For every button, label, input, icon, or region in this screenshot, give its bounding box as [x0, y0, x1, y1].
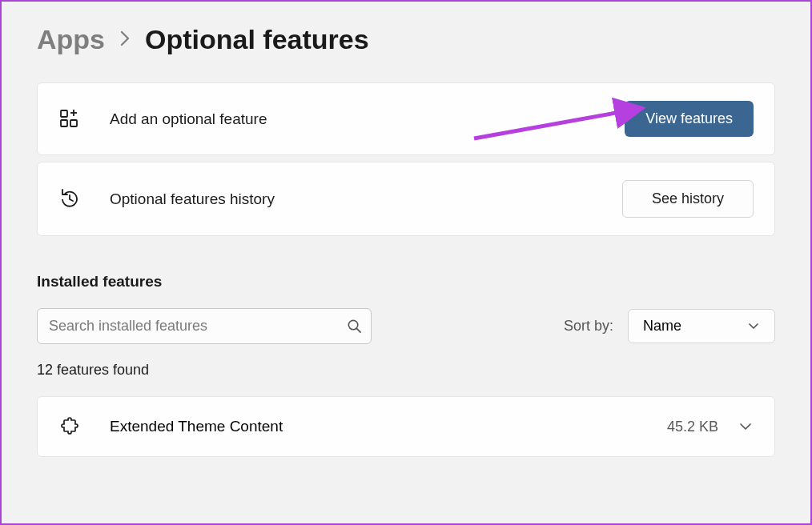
breadcrumb: Apps Optional features	[37, 24, 775, 55]
sort-value: Name	[643, 318, 681, 335]
history-icon	[58, 188, 81, 210]
feature-row[interactable]: Extended Theme Content 45.2 KB	[37, 396, 775, 457]
add-feature-card: Add an optional feature View features	[37, 82, 775, 155]
chevron-down-icon	[747, 320, 760, 333]
search-input[interactable]	[37, 308, 372, 344]
svg-rect-0	[61, 110, 67, 117]
chevron-right-icon	[119, 27, 131, 52]
search-box	[37, 308, 372, 344]
features-count: 12 features found	[37, 362, 775, 379]
history-label: Optional features history	[110, 190, 622, 208]
svg-rect-1	[61, 120, 67, 126]
search-icon	[346, 319, 362, 335]
feature-size: 45.2 KB	[667, 419, 718, 435]
feature-name: Extended Theme Content	[110, 418, 667, 435]
history-card: Optional features history See history	[37, 162, 775, 236]
extension-icon	[60, 416, 81, 437]
add-feature-label: Add an optional feature	[110, 110, 625, 128]
see-history-button[interactable]: See history	[622, 180, 754, 218]
svg-line-8	[356, 328, 360, 332]
sort-dropdown[interactable]: Name	[628, 309, 775, 343]
add-feature-icon	[58, 108, 81, 130]
page-title: Optional features	[145, 24, 369, 55]
svg-rect-2	[70, 120, 77, 126]
view-features-button[interactable]: View features	[625, 101, 754, 137]
chevron-down-icon[interactable]	[739, 420, 752, 433]
breadcrumb-parent[interactable]: Apps	[37, 24, 105, 55]
installed-heading: Installed features	[37, 273, 775, 291]
sort-label: Sort by:	[564, 318, 613, 335]
